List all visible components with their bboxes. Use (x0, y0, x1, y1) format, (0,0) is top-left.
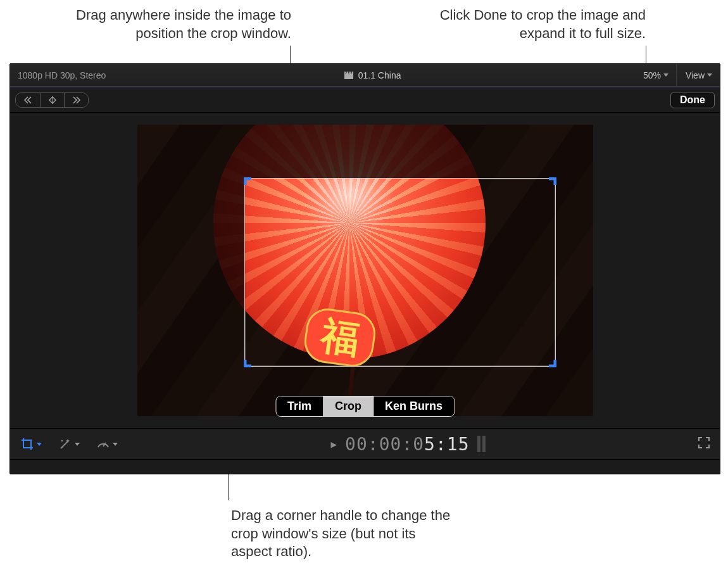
nav-segmented-control (15, 92, 89, 108)
chevron-down-icon (113, 443, 118, 446)
fullscreen-icon (697, 436, 711, 450)
view-menu-label: View (686, 70, 705, 80)
chevron-down-icon (663, 73, 668, 77)
mode-ken-burns-button[interactable]: Ken Burns (373, 396, 454, 416)
viewer-canvas: 福 福 (10, 113, 720, 428)
viewer-window: 1080p HD 30p, Stereo 01.1 China 50% View (9, 63, 720, 474)
loop-marker-icon (477, 436, 486, 452)
done-button[interactable]: Done (670, 92, 715, 108)
crop-window[interactable]: 福 (245, 179, 555, 366)
clapperboard-icon (344, 72, 353, 79)
zoom-value: 50% (643, 70, 661, 80)
view-menu[interactable]: View (676, 64, 712, 87)
crop-icon (20, 437, 34, 451)
chevron-down-icon (37, 443, 42, 446)
preview-image: 福 福 (137, 125, 593, 416)
header-separator (10, 87, 720, 88)
crop-tool-menu[interactable] (16, 434, 46, 453)
next-edit-button[interactable] (64, 93, 88, 107)
crop-handle-bottom-right[interactable] (545, 356, 556, 367)
crop-visible-area: 福 (245, 179, 555, 366)
timecode-inactive: 00:00:0 (345, 434, 424, 455)
timecode-active: 5:15 (424, 434, 469, 455)
fullscreen-button[interactable] (694, 433, 713, 455)
mode-trim-button[interactable]: Trim (276, 396, 323, 416)
viewer-toolbar: Done (10, 88, 720, 113)
callout-drag-image: Drag anywhere inside the image to positi… (44, 6, 291, 42)
timecode-display: ▶ 00:00:05:15 (122, 434, 694, 455)
play-icon[interactable]: ▶ (330, 438, 337, 450)
double-chevron-left-icon (23, 96, 32, 104)
retime-menu[interactable] (92, 434, 122, 453)
format-label: 1080p HD 30p, Stereo (18, 70, 106, 80)
crop-mode-selector: Trim Crop Ken Burns (275, 396, 455, 417)
mode-crop-button[interactable]: Crop (323, 396, 373, 416)
prev-edit-button[interactable] (16, 93, 40, 107)
magic-wand-icon (58, 437, 72, 451)
crop-handle-top-left[interactable] (244, 177, 255, 189)
crop-handle-top-right[interactable] (545, 177, 556, 189)
speedometer-icon (96, 437, 110, 451)
chevron-down-icon (75, 443, 80, 446)
playhead-center-button[interactable] (40, 93, 64, 107)
svg-point-1 (61, 440, 63, 442)
clip-name: 01.1 China (358, 70, 401, 80)
chevron-down-icon (707, 73, 712, 77)
viewer-header: 1080p HD 30p, Stereo 01.1 China 50% View (10, 64, 720, 87)
viewer-footer: ▶ 00:00:05:15 (10, 428, 720, 460)
crop-handle-bottom-left[interactable] (244, 356, 255, 367)
callout-corner-handle: Drag a corner handle to change the crop … (231, 507, 459, 561)
zoom-selector[interactable]: 50% (639, 70, 672, 80)
callout-click-done: Click Done to crop the image and expand … (392, 6, 646, 42)
enhance-menu[interactable] (54, 434, 84, 453)
double-chevron-right-icon (72, 96, 81, 104)
diamond-playhead-icon (47, 96, 58, 104)
